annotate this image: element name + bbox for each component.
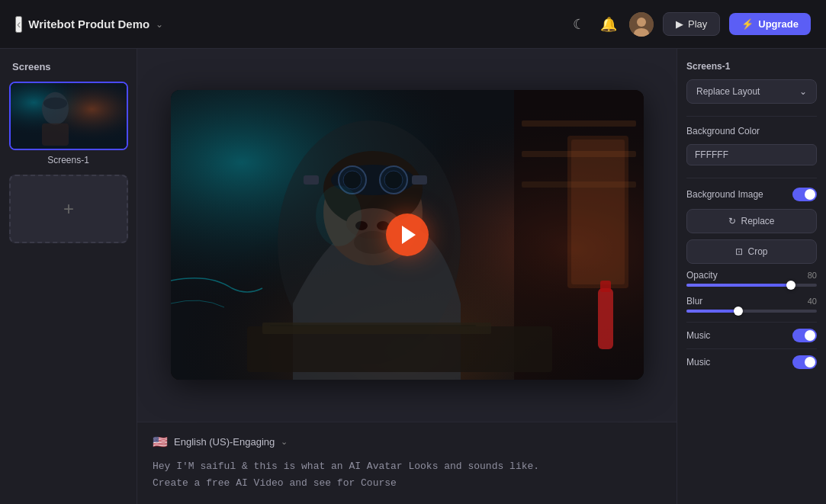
language-selector[interactable]: 🇺🇸 English (US)-Engaging ⌄ <box>153 435 661 449</box>
dark-mode-button[interactable]: ☾ <box>570 13 588 36</box>
video-container <box>171 90 644 380</box>
thumb-bg <box>11 83 127 149</box>
music-row-2: Music <box>686 348 817 375</box>
bg-image-label: Background Image <box>686 189 763 200</box>
opacity-value: 80 <box>808 271 817 280</box>
opacity-thumb[interactable] <box>786 281 795 290</box>
blur-thumb[interactable] <box>734 307 743 316</box>
svg-rect-29 <box>304 175 319 185</box>
video-background <box>171 90 644 380</box>
title-chevron-icon[interactable]: ⌄ <box>156 19 163 30</box>
music-label-1: Music <box>686 330 710 341</box>
bg-color-label: Background Color <box>686 126 760 136</box>
blur-fill <box>686 310 738 313</box>
replace-layout-chevron-icon: ⌄ <box>799 86 807 97</box>
replace-layout-button[interactable]: Replace Layout ⌄ <box>686 79 817 104</box>
caption-text: Hey I'M saiful & this is what an AI Avat… <box>153 458 661 492</box>
add-icon: + <box>63 198 74 220</box>
music-toggle-knob-2 <box>805 357 815 368</box>
opacity-track[interactable] <box>686 284 817 287</box>
caption-area: 🇺🇸 English (US)-Engaging ⌄ Hey I'M saifu… <box>137 422 677 504</box>
svg-rect-14 <box>522 120 636 127</box>
opacity-label: Opacity <box>686 270 718 281</box>
screen-label: Screens-1 <box>9 155 127 165</box>
caption-line1: Hey I'M saiful & this is what an AI Avat… <box>153 461 539 472</box>
replace-image-label: Replace <box>741 216 774 226</box>
svg-rect-19 <box>598 288 613 349</box>
svg-point-27 <box>343 171 362 189</box>
music-label-2: Music <box>686 357 710 368</box>
divider-1 <box>686 116 817 117</box>
svg-point-1 <box>637 18 646 27</box>
project-title: Writebot Produt Demo <box>28 18 149 30</box>
panel-screen-name: Screens-1 <box>686 61 817 72</box>
svg-rect-37 <box>262 323 491 334</box>
music-toggle-2[interactable] <box>792 355 817 369</box>
language-chevron-icon: ⌄ <box>281 437 288 447</box>
svg-rect-30 <box>412 175 427 185</box>
blur-value: 40 <box>808 297 817 306</box>
crop-label: Crop <box>747 246 767 257</box>
divider-2 <box>686 178 817 178</box>
opacity-label-row: Opacity 80 <box>686 270 817 281</box>
opacity-fill <box>686 284 791 287</box>
blur-label-row: Blur 40 <box>686 296 817 307</box>
music-toggle-1[interactable] <box>792 329 817 342</box>
notifications-button[interactable]: 🔔 <box>597 13 620 36</box>
bg-color-row: Background Color <box>686 126 817 136</box>
music-row-1: Music <box>686 322 817 348</box>
replace-image-button[interactable]: ↻ Replace <box>686 209 817 233</box>
svg-rect-20 <box>600 281 611 292</box>
svg-rect-38 <box>270 325 476 326</box>
topbar-left: ‹ Writebot Produt Demo ⌄ <box>15 16 163 33</box>
flag-icon: 🇺🇸 <box>153 435 168 449</box>
screen-thumbnail[interactable] <box>9 82 128 150</box>
right-panel: Screens-1 Replace Layout ⌄ Background Co… <box>677 49 826 504</box>
crop-icon: ⊡ <box>735 246 743 257</box>
svg-point-35 <box>316 185 362 246</box>
add-screen-button[interactable]: + <box>9 175 128 243</box>
play-icon: ▶ <box>676 18 683 30</box>
upgrade-label: Upgrade <box>758 18 799 30</box>
sidebar: Screens <box>0 49 137 504</box>
blur-slider-row: Blur 40 <box>686 296 817 313</box>
sidebar-title: Screens <box>9 61 127 72</box>
blur-track[interactable] <box>686 310 817 313</box>
svg-point-28 <box>384 171 403 189</box>
play-label: Play <box>688 18 707 30</box>
play-overlay-button[interactable] <box>386 213 429 256</box>
main-layout: Screens <box>0 49 826 504</box>
center-content: 🇺🇸 English (US)-Engaging ⌄ Hey I'M saifu… <box>137 49 677 504</box>
play-triangle-icon <box>402 226 416 244</box>
language-label: English (US)-Engaging <box>174 436 275 448</box>
svg-point-8 <box>43 98 67 110</box>
svg-rect-18 <box>571 140 625 284</box>
music-toggle-knob-1 <box>805 330 815 341</box>
topbar: ‹ Writebot Produt Demo ⌄ ☾ 🔔 ▶ Play ⚡ Up… <box>0 0 826 49</box>
play-button[interactable]: ▶ Play <box>663 12 720 36</box>
crop-button[interactable]: ⊡ Crop <box>686 239 817 264</box>
svg-rect-7 <box>42 124 69 146</box>
bg-image-row: Background Image <box>686 188 817 201</box>
replace-layout-label: Replace Layout <box>696 86 760 97</box>
avatar[interactable] <box>629 12 654 37</box>
back-button[interactable]: ‹ <box>15 16 22 33</box>
upgrade-button[interactable]: ⚡ Upgrade <box>729 13 811 35</box>
topbar-right: ☾ 🔔 ▶ Play ⚡ Upgrade <box>570 12 811 37</box>
replace-icon: ↻ <box>728 216 736 226</box>
lightning-icon: ⚡ <box>741 18 754 30</box>
opacity-slider-row: Opacity 80 <box>686 270 817 287</box>
bg-image-toggle[interactable] <box>792 188 817 201</box>
caption-line2: Create a free AI Video and see for Cours… <box>153 477 397 489</box>
blur-label: Blur <box>686 296 702 307</box>
video-area <box>137 49 677 422</box>
toggle-knob <box>805 189 815 200</box>
bg-color-input[interactable]: FFFFFF <box>686 144 817 165</box>
